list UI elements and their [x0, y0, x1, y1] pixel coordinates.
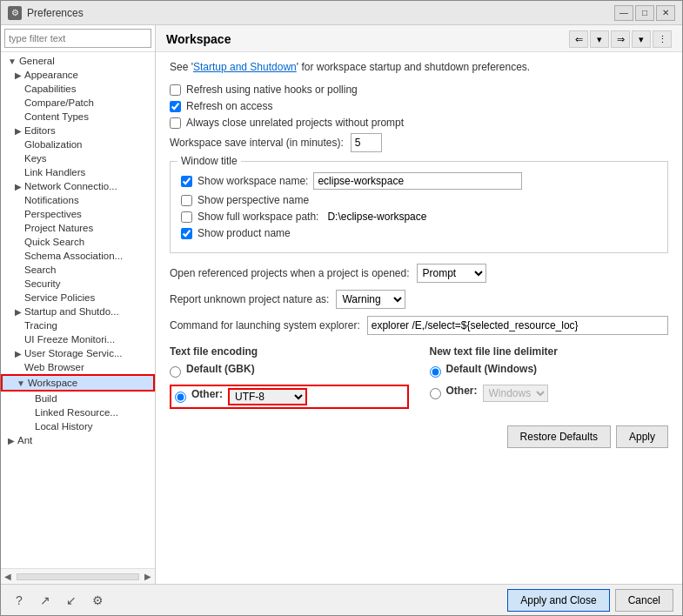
- scroll-right-button[interactable]: ▶: [141, 570, 155, 584]
- sidebar-item-ant[interactable]: ▶ Ant: [1, 433, 155, 447]
- window-title-group-label: Window title: [177, 155, 241, 167]
- encoding-other-radio[interactable]: [175, 392, 186, 403]
- sidebar-item-web-browser[interactable]: ▶ Web Browser: [1, 360, 155, 374]
- text-encoding-title: Text file encoding: [170, 345, 409, 358]
- nav-forward-button[interactable]: ⇒: [611, 30, 630, 48]
- show-full-path-label: Show full workspace path:: [198, 211, 318, 223]
- general-arrow: ▼: [8, 57, 17, 66]
- text-encoding-group: Text file encoding Default (GBK) Other: …: [170, 345, 409, 413]
- sidebar-item-label: Linked Resource...: [35, 407, 118, 418]
- panel-title: Workspace: [166, 32, 231, 46]
- sidebar-item-label: Ant: [17, 435, 32, 445]
- sidebar-item-link-handlers[interactable]: ▶ Link Handlers: [1, 165, 155, 179]
- appearance-arrow: ▶: [15, 70, 22, 80]
- apply-button[interactable]: Apply: [616, 425, 668, 448]
- sidebar-item-workspace[interactable]: ▼ Workspace: [1, 374, 155, 392]
- filter-input[interactable]: [4, 29, 151, 48]
- sidebar-item-network[interactable]: ▶ Network Connectio...: [1, 179, 155, 193]
- sidebar-item-label: Project Natures: [24, 223, 93, 233]
- refresh-access-checkbox[interactable]: [170, 101, 181, 112]
- encoding-other-label: Other:: [191, 388, 223, 400]
- nav-dropdown-button2[interactable]: ▾: [632, 30, 651, 48]
- encoding-other-select[interactable]: UTF-8 UTF-16 ISO-8859-1: [228, 388, 307, 405]
- delimiter-default-radio[interactable]: [430, 366, 441, 378]
- window-title-options: Show workspace name: Show perspective na…: [181, 172, 657, 239]
- sidebar-item-label: Quick Search: [24, 237, 84, 247]
- sidebar-item-compare-patch[interactable]: ▶ Compare/Patch: [1, 96, 155, 110]
- option-refresh-access-row: Refresh on access: [170, 100, 668, 112]
- sidebar-item-security[interactable]: ▶ Security: [1, 277, 155, 291]
- startup-shutdown-link[interactable]: Startup and Shutdown: [193, 61, 297, 73]
- panel-nav: ⇐ ▾ ⇒ ▾ ⋮: [569, 30, 672, 48]
- sidebar-item-general[interactable]: ▼ General: [1, 54, 155, 68]
- sidebar-item-linked-resources[interactable]: ▶ Linked Resource...: [1, 405, 155, 419]
- sidebar-item-notifications[interactable]: ▶ Notifications: [1, 193, 155, 207]
- scroll-left-button[interactable]: ◀: [1, 570, 15, 584]
- window-bottom-bar: ? ↗ ↙ ⚙ Apply and Close Cancel: [1, 584, 682, 615]
- sidebar-item-label: Link Handlers: [24, 167, 85, 177]
- show-perspective-name-checkbox[interactable]: [181, 195, 192, 206]
- sidebar-item-startup[interactable]: ▶ Startup and Shutdo...: [1, 305, 155, 318]
- show-workspace-name-checkbox[interactable]: [181, 176, 192, 187]
- sidebar-item-tracing[interactable]: ▶ Tracing: [1, 318, 155, 332]
- option-close-unrelated-row: Always close unrelated projects without …: [170, 117, 668, 129]
- encoding-default-radio[interactable]: [170, 366, 181, 378]
- right-panel: Workspace ⇐ ▾ ⇒ ▾ ⋮ See 'Startup and Shu…: [156, 25, 682, 584]
- sidebar-item-capabilities[interactable]: ▶ Capabilities: [1, 82, 155, 96]
- open-referenced-label: Open referenced projects when a project …: [170, 267, 410, 279]
- delimiter-default-label: Default (Windows): [446, 363, 538, 375]
- cancel-button[interactable]: Cancel: [615, 589, 673, 612]
- delimiter-other-radio[interactable]: [430, 388, 441, 399]
- sidebar-item-perspectives[interactable]: ▶ Perspectives: [1, 207, 155, 221]
- sidebar-item-schema[interactable]: ▶ Schema Association...: [1, 249, 155, 263]
- sidebar-item-build[interactable]: ▶ Build: [1, 392, 155, 405]
- sidebar-item-ui-freeze[interactable]: ▶ UI Freeze Monitori...: [1, 332, 155, 346]
- sidebar-item-label: Compare/Patch: [24, 97, 94, 108]
- window-title: Preferences: [27, 7, 609, 19]
- nav-dropdown-button[interactable]: ▾: [590, 30, 609, 48]
- sidebar-item-label: Capabilities: [24, 84, 76, 94]
- help-icon[interactable]: ?: [10, 591, 29, 610]
- open-referenced-select[interactable]: Prompt Always Never: [417, 264, 486, 283]
- restore-defaults-button[interactable]: Restore Defaults: [507, 425, 611, 448]
- minimize-button[interactable]: —: [614, 5, 633, 21]
- settings-icon[interactable]: ⚙: [88, 591, 107, 610]
- sidebar-item-globalization[interactable]: ▶ Globalization: [1, 137, 155, 151]
- delimiter-other-select[interactable]: Windows Unix Mac: [483, 385, 548, 402]
- save-interval-input[interactable]: [351, 133, 382, 152]
- close-unrelated-label: Always close unrelated projects without …: [186, 117, 404, 129]
- sidebar-item-keys[interactable]: ▶ Keys: [1, 151, 155, 165]
- command-label: Command for launching system explorer:: [170, 319, 360, 331]
- show-workspace-name-label: Show workspace name:: [198, 175, 308, 187]
- sidebar-item-user-storage[interactable]: ▶ User Storage Servic...: [1, 346, 155, 360]
- sidebar-item-service-policies[interactable]: ▶ Service Policies: [1, 291, 155, 305]
- sidebar-item-search[interactable]: ▶ Search: [1, 263, 155, 277]
- sidebar-item-editors[interactable]: ▶ Editors: [1, 124, 155, 137]
- sidebar-item-label: Perspectives: [24, 209, 82, 219]
- sidebar-item-local-history[interactable]: ▶ Local History: [1, 419, 155, 433]
- sidebar-item-project-natures[interactable]: ▶ Project Natures: [1, 221, 155, 235]
- export-icon[interactable]: ↗: [36, 591, 55, 610]
- report-unknown-select[interactable]: Warning Error Ignore: [336, 290, 405, 309]
- nav-menu-button[interactable]: ⋮: [653, 30, 672, 48]
- maximize-button[interactable]: □: [635, 5, 654, 21]
- sidebar-item-appearance[interactable]: ▶ Appearance: [1, 68, 155, 82]
- sidebar-item-quick-search[interactable]: ▶ Quick Search: [1, 235, 155, 249]
- main-content: ▼ General ▶ Appearance ▶ Capabilities ▶ …: [1, 25, 682, 584]
- sidebar-item-content-types[interactable]: ▶ Content Types: [1, 110, 155, 124]
- import-icon[interactable]: ↙: [62, 591, 81, 610]
- workspace-name-input[interactable]: [313, 172, 522, 190]
- close-button[interactable]: ✕: [656, 5, 675, 21]
- nav-back-button[interactable]: ⇐: [569, 30, 588, 48]
- save-interval-row: Workspace save interval (in minutes):: [170, 133, 668, 152]
- sidebar-item-label: Tracing: [24, 320, 57, 331]
- horizontal-scrollbar[interactable]: [17, 573, 139, 580]
- panel-body: See 'Startup and Shutdown' for workspace…: [156, 52, 682, 584]
- delimiter-title: New text file line delimiter: [430, 345, 669, 358]
- show-product-name-checkbox[interactable]: [181, 228, 192, 239]
- command-input[interactable]: [367, 316, 668, 335]
- apply-close-button[interactable]: Apply and Close: [507, 589, 609, 612]
- show-full-path-checkbox[interactable]: [181, 211, 192, 223]
- refresh-native-checkbox[interactable]: [170, 84, 181, 96]
- close-unrelated-checkbox[interactable]: [170, 117, 181, 129]
